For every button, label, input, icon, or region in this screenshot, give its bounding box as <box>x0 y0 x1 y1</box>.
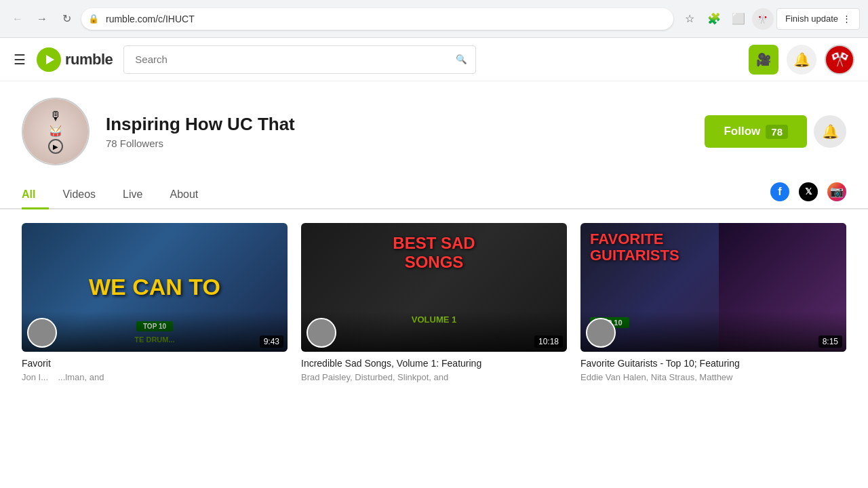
tab-live[interactable]: Live <box>109 182 156 209</box>
reload-button[interactable]: ↻ <box>57 9 76 28</box>
video-camera-icon: 🎥 <box>756 52 771 67</box>
menu-button[interactable]: ☰ <box>14 52 26 68</box>
back-button[interactable]: ← <box>8 9 27 28</box>
tabs-bar: All Videos Live About f 𝕏 📷 <box>0 182 868 209</box>
channel-avatar-inner: 🎙 🥁 ▶ <box>23 99 88 164</box>
browser-bar: ← → ↻ 🔒 ☆ 🧩 ⬜ 🎌 Finish update ⋮ <box>0 0 868 38</box>
header-right: 🎥 🔔 🎌 <box>749 45 854 75</box>
channel-info: Inspiring How UC That 78 Followers <box>106 114 688 149</box>
channel-name: Inspiring How UC That <box>106 114 688 135</box>
duration-badge-1: 9:43 <box>260 336 283 348</box>
video-subtitle-1: Jon I... ...lman, and <box>22 372 288 382</box>
social-icons: f 𝕏 📷 <box>770 182 846 208</box>
follow-label: Follow <box>724 125 760 138</box>
video-title-3: Favorite Guitarists - Top 10; Featuring <box>580 357 846 371</box>
forward-button[interactable]: → <box>33 9 52 28</box>
finish-update-button[interactable]: Finish update ⋮ <box>776 8 860 30</box>
best-sad-text: BEST SADSONGS <box>393 234 475 272</box>
bookmark-button[interactable]: ☆ <box>679 8 701 30</box>
presenter-avatar-3 <box>586 318 616 348</box>
follow-button[interactable]: Follow 78 <box>705 115 807 148</box>
instagram-icon[interactable]: 📷 <box>827 182 846 201</box>
channel-actions: Follow 78 🔔 <box>705 115 846 148</box>
upload-button[interactable]: 🎥 <box>749 45 778 75</box>
rumble-header: ☰ rumble 🔍 🎥 🔔 🎌 <box>0 38 868 81</box>
twitter-x-icon[interactable]: 𝕏 <box>799 182 818 201</box>
notifications-button[interactable]: 🔔 <box>787 45 816 75</box>
tab-all[interactable]: All <box>22 182 49 209</box>
microphone-icon: 🎙 <box>50 109 62 123</box>
we-can-to-text: WE CAN TO <box>89 274 220 300</box>
video-card-3[interactable]: FAVORITEGUITARISTS TOP 10 8:15 Favorite … <box>580 223 846 382</box>
video-title-2: Incredible Sad Songs, Volume 1: Featurin… <box>301 357 567 371</box>
channel-bell-button[interactable]: 🔔 <box>814 115 846 148</box>
drum-icon: 🥁 <box>49 125 62 138</box>
video-subtitle-2: Brad Paisley, Disturbed, Slinkpot, and <box>301 372 567 382</box>
bell-icon: 🔔 <box>793 52 810 68</box>
video-subtitle-3: Eddie Van Halen, Nita Straus, Matthew <box>580 372 846 382</box>
browser-profile-icon: 🎌 <box>752 8 774 30</box>
duration-badge-2: 10:18 <box>534 336 563 348</box>
user-avatar[interactable]: 🎌 <box>825 45 854 75</box>
channel-followers: 78 Followers <box>106 138 688 149</box>
search-button[interactable]: 🔍 <box>446 45 476 74</box>
search-wrap: 🔍 <box>123 45 476 74</box>
presenter-avatar-2 <box>307 318 336 348</box>
avatar-flag-icon: 🎌 <box>831 51 849 68</box>
duration-badge-3: 8:15 <box>818 336 842 348</box>
search-input[interactable] <box>123 45 476 74</box>
extensions-button[interactable]: 🧩 <box>703 8 725 30</box>
address-bar-wrap: 🔒 <box>81 8 673 30</box>
channel-section: 🎙 🥁 ▶ Inspiring How UC That 78 Followers… <box>0 81 868 165</box>
video-title-1: Favorit <box>22 357 288 371</box>
channel-avatar: 🎙 🥁 ▶ <box>22 98 90 165</box>
presenter-strip-3 <box>580 311 846 352</box>
rumble-logo[interactable]: rumble <box>37 47 113 72</box>
presenter-strip-1 <box>22 311 288 352</box>
finish-update-label: Finish update <box>785 14 838 24</box>
video-card-2[interactable]: BEST SADSONGS VOLUME 1 10:18 Incredible … <box>301 223 567 382</box>
browser-actions: ☆ 🧩 ⬜ 🎌 Finish update ⋮ <box>679 8 860 30</box>
channel-bell-icon: 🔔 <box>822 123 839 140</box>
fav-guitarists-text: FAVORITEGUITARISTS <box>590 231 679 264</box>
video-thumb-1: WE CAN TO TOP 10 TE DRUM... 9:43 <box>22 223 288 352</box>
tab-about[interactable]: About <box>156 182 212 209</box>
follow-count: 78 <box>766 125 788 139</box>
rumble-logo-text: rumble <box>65 51 113 68</box>
video-thumb-2: BEST SADSONGS VOLUME 1 10:18 <box>301 223 567 352</box>
presenter-strip-2 <box>301 311 567 352</box>
video-grid: WE CAN TO TOP 10 TE DRUM... 9:43 Favorit… <box>0 209 868 396</box>
presenter-avatar-1 <box>27 318 57 348</box>
play-circle-icon: ▶ <box>48 139 63 154</box>
rumble-play-icon <box>37 47 61 72</box>
more-icon: ⋮ <box>842 14 851 24</box>
secure-icon: 🔒 <box>88 14 99 24</box>
tab-videos[interactable]: Videos <box>49 182 109 209</box>
video-card-1[interactable]: WE CAN TO TOP 10 TE DRUM... 9:43 Favorit… <box>22 223 288 382</box>
split-button[interactable]: ⬜ <box>728 8 749 30</box>
facebook-icon[interactable]: f <box>770 182 789 201</box>
address-input[interactable] <box>81 8 673 30</box>
video-thumb-3: FAVORITEGUITARISTS TOP 10 8:15 <box>580 223 846 352</box>
